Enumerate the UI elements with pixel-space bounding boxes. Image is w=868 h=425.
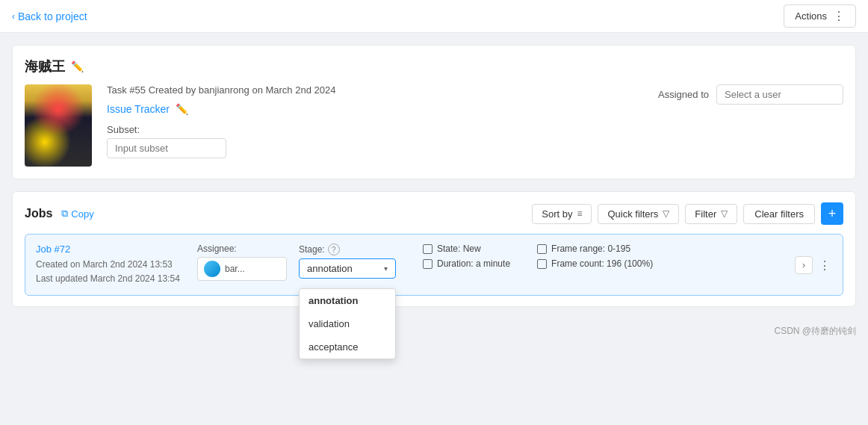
clear-filters-label: Clear filters xyxy=(754,208,804,220)
job-link[interactable]: Job #72 xyxy=(36,243,185,255)
state-label: State: New xyxy=(437,243,481,254)
tracker-name[interactable]: Issue Tracker xyxy=(107,103,170,115)
actions-dots-icon: ⋮ xyxy=(833,9,845,23)
task-body: Task #55 Created by banjianrong on March… xyxy=(25,84,843,167)
back-chevron-icon: ‹ xyxy=(12,11,15,22)
stage-option-validation[interactable]: validation xyxy=(300,312,395,335)
job-info: Job #72 Created on March 2nd 2024 13:53 … xyxy=(36,243,185,286)
duration-icon xyxy=(423,259,433,269)
stage-select-text: annotation xyxy=(307,263,379,274)
select-user-input[interactable] xyxy=(716,84,843,105)
tracker-row: Issue Tracker ✏️ xyxy=(107,103,636,115)
stage-dropdown: annotation validation acceptance xyxy=(299,288,396,359)
job-frame-info: Frame range: 0-195 Frame count: 196 (100… xyxy=(537,243,653,269)
frame-range-icon xyxy=(537,244,547,254)
job-row: Job #72 Created on March 2nd 2024 13:53 … xyxy=(25,234,843,296)
task-right-section: Assigned to xyxy=(658,84,843,167)
task-card: 海贼王 ✏️ Task #55 Created by banjianrong o… xyxy=(12,45,856,179)
stage-header: Stage: ? xyxy=(299,243,396,255)
back-to-project-link[interactable]: ‹ Back to project xyxy=(12,10,87,22)
copy-icon: ⧉ xyxy=(61,208,68,220)
job-assignee-section: Assignee: bar... xyxy=(197,243,287,281)
stage-info-icon[interactable]: ? xyxy=(328,243,340,255)
sort-by-label: Sort by xyxy=(542,208,572,220)
sort-by-button[interactable]: Sort by ≡ xyxy=(532,204,592,224)
jobs-header: Jobs ⧉ Copy Sort by ≡ Quick filters ▽ Fi… xyxy=(25,202,843,225)
add-job-icon: + xyxy=(828,206,837,222)
stage-option-acceptance[interactable]: acceptance xyxy=(300,335,395,359)
quick-filters-button[interactable]: Quick filters ▽ xyxy=(598,204,679,224)
assignee-select[interactable]: bar... xyxy=(197,257,287,281)
actions-label: Actions xyxy=(795,10,827,22)
jobs-filters: Sort by ≡ Quick filters ▽ Filter ▽ Clear… xyxy=(532,202,843,225)
top-bar: ‹ Back to project Actions ⋮ xyxy=(0,0,868,33)
job-stage-section: Stage: ? annotation ▾ annotation validat… xyxy=(299,243,396,279)
stage-select[interactable]: annotation ▾ xyxy=(299,258,396,279)
copy-label: Copy xyxy=(71,208,93,220)
job-updated: Last updated March 2nd 2024 13:54 xyxy=(36,272,185,286)
watermark: CSDN @待磨的钝剑 xyxy=(0,319,868,344)
assignee-label: Assignee: xyxy=(197,243,287,254)
frame-count-item: Frame count: 196 (100%) xyxy=(537,258,653,269)
filter-icon: ▽ xyxy=(721,208,728,219)
copy-button[interactable]: ⧉ Copy xyxy=(61,208,93,220)
duration-label: Duration: a minute xyxy=(437,258,510,269)
assignee-avatar xyxy=(204,261,220,277)
frame-count-icon xyxy=(537,259,547,269)
task-middle: Task #55 Created by banjianrong on March… xyxy=(107,84,636,167)
main-content: 海贼王 ✏️ Task #55 Created by banjianrong o… xyxy=(0,33,868,319)
sort-icon: ≡ xyxy=(577,208,582,219)
watermark-text: CSDN @待磨的钝剑 xyxy=(774,326,856,336)
task-image-inner xyxy=(25,84,92,167)
actions-button[interactable]: Actions ⋮ xyxy=(784,4,856,28)
clear-filters-button[interactable]: Clear filters xyxy=(743,204,815,224)
duration-item: Duration: a minute xyxy=(423,258,510,269)
job-more-button[interactable]: ⋮ xyxy=(816,255,834,275)
jobs-left: Jobs ⧉ Copy xyxy=(25,207,94,220)
jobs-title: Jobs xyxy=(25,207,52,220)
job-state-info: State: New Duration: a minute xyxy=(423,243,510,269)
task-body-main: Task #55 Created by banjianrong on March… xyxy=(107,84,843,167)
quick-filters-icon: ▽ xyxy=(663,208,669,219)
stage-chevron-icon: ▾ xyxy=(384,264,388,273)
back-label: Back to project xyxy=(18,10,87,22)
stage-option-annotation[interactable]: annotation xyxy=(300,289,395,312)
task-meta: Task #55 Created by banjianrong on March… xyxy=(107,84,636,96)
filter-button[interactable]: Filter ▽ xyxy=(685,204,737,224)
task-thumbnail xyxy=(25,84,92,167)
job-nav-arrow[interactable]: › xyxy=(795,256,813,274)
edit-tracker-icon[interactable]: ✏️ xyxy=(176,103,188,115)
filter-label: Filter xyxy=(695,208,716,220)
job-created: Created on March 2nd 2024 13:53 xyxy=(36,258,185,272)
stage-label: Stage: xyxy=(299,244,325,255)
frame-range-item: Frame range: 0-195 xyxy=(537,243,653,254)
task-title: 海贼王 xyxy=(25,58,65,75)
job-row-inner: Job #72 Created on March 2nd 2024 13:53 … xyxy=(36,243,832,286)
edit-title-icon[interactable]: ✏️ xyxy=(71,61,84,72)
jobs-section: Jobs ⧉ Copy Sort by ≡ Quick filters ▽ Fi… xyxy=(12,191,856,307)
assigned-to-label: Assigned to xyxy=(658,89,709,100)
state-item: State: New xyxy=(423,243,510,254)
frame-range-label: Frame range: 0-195 xyxy=(551,243,630,254)
subset-input[interactable] xyxy=(107,138,226,158)
subset-label: Subset: xyxy=(107,124,636,135)
assignee-name: bar... xyxy=(225,264,280,274)
state-calendar-icon xyxy=(423,244,433,254)
task-title-row: 海贼王 ✏️ xyxy=(25,58,843,75)
frame-count-label: Frame count: 196 (100%) xyxy=(551,258,653,269)
add-job-button[interactable]: + xyxy=(821,202,843,225)
quick-filters-label: Quick filters xyxy=(607,208,658,220)
